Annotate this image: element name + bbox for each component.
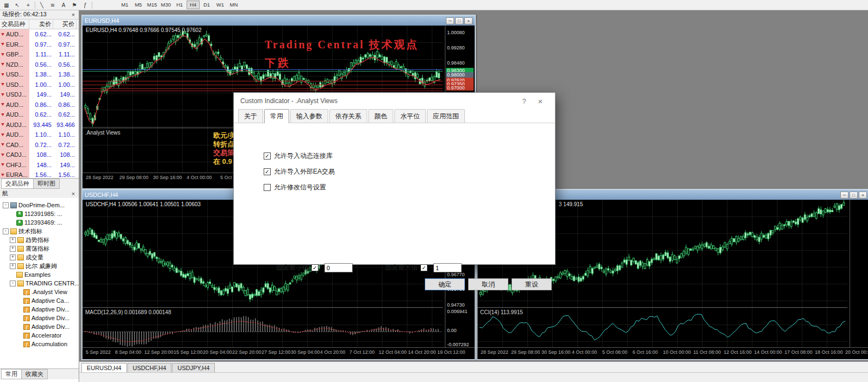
macd-subwindow[interactable]: MACD(12,26,9) 0.001689 0.000148 — [82, 307, 443, 348]
trendline-icon[interactable]: ╲ — [37, 1, 46, 9]
tree-expander-icon[interactable]: - — [3, 228, 9, 234]
dialog-tab[interactable]: 依存关系 — [329, 109, 367, 123]
indicator-icon[interactable]: ƒ — [81, 1, 90, 9]
tree-item[interactable]: ƒAdaptive Ca... — [0, 296, 79, 305]
tree-item[interactable]: +成交量 — [0, 253, 79, 262]
tree-expander-icon[interactable]: + — [10, 263, 16, 269]
help-icon[interactable]: ? — [516, 97, 532, 105]
navigator-close-icon[interactable]: × — [70, 190, 76, 197]
tree-item[interactable]: ƒAdaptive Div... — [0, 322, 79, 331]
dialog-button-2[interactable]: 取消 — [468, 278, 508, 290]
tree-item[interactable]: +趋势指标 — [0, 235, 79, 244]
dialog-tab[interactable]: 水平位 — [394, 109, 426, 123]
market-watch-icon[interactable]: ▦ — [2, 1, 11, 9]
tree-expander-icon[interactable]: + — [10, 254, 16, 260]
market-watch-row[interactable]: CAD...0.72...0.72... — [0, 140, 79, 150]
close-button[interactable]: × — [859, 192, 867, 199]
market-watch-row[interactable]: AUD...0.62...0.62... — [0, 29, 79, 40]
crosshair-icon[interactable]: + — [24, 1, 33, 9]
dialog-tab[interactable]: 输入参数 — [290, 109, 328, 123]
market-watch-row[interactable]: EURA...1.56...1.56... — [0, 170, 79, 178]
market-watch-close-icon[interactable]: × — [70, 11, 76, 18]
timeframe-m15[interactable]: M15 — [145, 1, 158, 9]
column-header[interactable]: 交易品种 — [0, 20, 29, 29]
tree-item[interactable]: Examples — [0, 270, 79, 279]
tree-expander-icon[interactable]: - — [10, 281, 16, 286]
channel-icon[interactable]: ≋ — [48, 1, 57, 9]
dialog-tab[interactable]: 颜色 — [368, 109, 393, 123]
tree-expander-icon[interactable]: + — [10, 237, 16, 243]
tree-item[interactable]: +震荡指标 — [0, 244, 79, 253]
cci-subwindow[interactable]: CCI(14) 113.9915 — [477, 307, 847, 348]
market-watch-row[interactable]: AUD...1.10...1.10... — [0, 130, 79, 140]
minimize-button[interactable]: ─ — [840, 192, 848, 199]
arrow-objects-icon[interactable]: ⚑ — [70, 1, 79, 9]
text-label-icon[interactable]: A — [59, 1, 68, 9]
tree-item[interactable]: -TRADING CENTR... — [0, 279, 79, 288]
fixed-max-checkbox[interactable]: ✓ — [420, 264, 427, 271]
timeframe-w1[interactable]: W1 — [214, 1, 227, 9]
market-watch-row[interactable]: GBP...1.11...1.11... — [0, 49, 79, 60]
tree-item[interactable]: +比尔 威廉姆 — [0, 262, 79, 270]
maximize-button[interactable]: □ — [850, 192, 858, 199]
tree-item[interactable]: 112391985: ... — [0, 209, 79, 218]
tab-收藏夹[interactable]: 收藏夹 — [21, 369, 48, 379]
dialog-tab[interactable]: 常用 — [264, 109, 289, 123]
tree-expander-icon[interactable]: - — [3, 202, 9, 208]
column-header[interactable]: 卖价 — [29, 20, 53, 29]
market-watch-row[interactable]: AUD...0.62...0.62... — [0, 110, 79, 120]
market-watch-row[interactable]: USD...1.00...1.00... — [0, 80, 79, 90]
timeframe-m30[interactable]: M30 — [159, 1, 172, 9]
tree-item[interactable]: ƒ.Analyst View — [0, 288, 79, 296]
dialog-tab[interactable]: 关于 — [238, 109, 263, 123]
market-watch-row[interactable]: USD...1.38...1.38... — [0, 69, 79, 80]
market-watch-row[interactable]: USDJ...149...149... — [0, 90, 79, 100]
timeframe-h4[interactable]: H4 — [187, 1, 200, 9]
dialog-checkbox[interactable]: ✓允许导入外部EA交易 — [264, 167, 555, 176]
chart-tab-usdjpy-h4[interactable]: USDJPY,H4 — [172, 363, 215, 372]
fixed-min-checkbox[interactable]: ✓ — [311, 264, 318, 271]
fixed-min-input[interactable] — [324, 263, 353, 272]
dialog-checkbox[interactable]: 允许修改信号设置 — [264, 183, 555, 192]
maximize-button[interactable]: □ — [455, 17, 463, 24]
tree-item[interactable]: 112393469: ... — [0, 218, 79, 227]
fixed-max-input[interactable] — [433, 263, 462, 272]
market-watch-row[interactable]: AUD...0.86...0.86... — [0, 100, 79, 110]
tree-item[interactable]: ƒAccumulation — [0, 340, 79, 348]
tree-item[interactable]: ƒAdaptive Div... — [0, 314, 79, 322]
eurusd-titlebar[interactable]: EURUSD,H4 ─ □ × — [82, 16, 475, 26]
minimize-button[interactable]: ─ — [446, 17, 454, 24]
tree-item[interactable]: -DooPrime-Dem... — [0, 201, 79, 209]
tab-常用[interactable]: 常用 — [1, 369, 22, 379]
tree-item[interactable]: ƒAdaptive Div... — [0, 305, 79, 314]
tab-交易品种[interactable]: 交易品种 — [1, 179, 34, 189]
dialog-titlebar[interactable]: Custom Indicator - .Analyst Views ? × — [234, 93, 555, 109]
timeframe-m5[interactable]: M5 — [132, 1, 145, 9]
column-header[interactable]: 买价 — [53, 20, 76, 29]
status-bar — [0, 372, 868, 382]
dialog-button-3[interactable]: 重设 — [512, 278, 552, 290]
market-watch-row[interactable]: CHFJ...148...149... — [0, 160, 79, 170]
market-watch-row[interactable]: NZD...0.56...0.56... — [0, 60, 79, 70]
timeframe-m1[interactable]: M1 — [118, 1, 131, 9]
timeframe-d1[interactable]: D1 — [200, 1, 213, 9]
close-button[interactable]: × — [464, 17, 473, 24]
tab-即时图[interactable]: 即时图 — [33, 179, 60, 189]
dialog-checkbox[interactable]: ✓允许导入动态连接库 — [264, 151, 555, 160]
tree-expander-icon[interactable]: + — [10, 246, 16, 252]
timeframe-h1[interactable]: H1 — [173, 1, 186, 9]
tree-item[interactable]: -技术指标 — [0, 227, 79, 235]
timeframe-buttons: M1M5M15M30H1H4D1W1MN — [118, 1, 240, 9]
timeframe-mn[interactable]: MN — [227, 1, 240, 9]
market-watch-row[interactable]: EUR...0.97...0.97... — [0, 40, 79, 50]
time-label: 30 Sep 16:00 — [541, 349, 571, 355]
cursor-icon[interactable]: ↖ — [13, 1, 22, 9]
dialog-tab[interactable]: 应用范围 — [427, 109, 465, 123]
close-icon[interactable]: × — [532, 97, 548, 106]
tree-item[interactable]: ƒAccelerator — [0, 331, 79, 340]
market-watch-row[interactable]: CADJ...108...108... — [0, 150, 79, 160]
dialog-button-1[interactable]: 确定 — [425, 278, 465, 290]
chart-tab-usdchf-h4[interactable]: USDCHF,H4 — [127, 363, 172, 372]
market-watch-row[interactable]: AUDJ...93.44593.466 — [0, 120, 79, 130]
chart-tab-eurusd-h4[interactable]: EURUSD,H4 — [81, 363, 127, 372]
